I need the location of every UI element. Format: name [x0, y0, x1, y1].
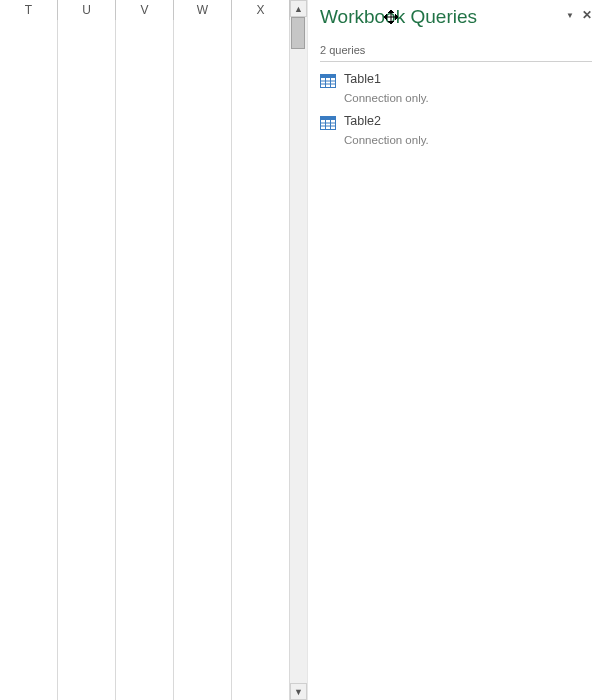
cell[interactable]: [58, 140, 116, 160]
cell[interactable]: [58, 480, 116, 500]
cell[interactable]: [58, 460, 116, 480]
cell[interactable]: [232, 240, 290, 260]
cell[interactable]: [232, 400, 290, 420]
cell[interactable]: [174, 300, 232, 320]
cell[interactable]: [174, 560, 232, 580]
cell[interactable]: [116, 600, 174, 620]
cell[interactable]: [232, 560, 290, 580]
cell[interactable]: [0, 640, 58, 660]
cell[interactable]: [116, 220, 174, 240]
cell[interactable]: [58, 400, 116, 420]
cell[interactable]: [174, 320, 232, 340]
cell[interactable]: [58, 640, 116, 660]
cell[interactable]: [174, 420, 232, 440]
cell[interactable]: [174, 620, 232, 640]
cell[interactable]: [174, 400, 232, 420]
cell[interactable]: [58, 560, 116, 580]
cell[interactable]: [116, 540, 174, 560]
cell[interactable]: [116, 380, 174, 400]
cell[interactable]: [58, 60, 116, 80]
cell[interactable]: [58, 20, 116, 40]
cell[interactable]: [116, 300, 174, 320]
cell[interactable]: [232, 600, 290, 620]
cell[interactable]: [116, 260, 174, 280]
cell[interactable]: [174, 120, 232, 140]
cell[interactable]: [0, 140, 58, 160]
cell[interactable]: [0, 580, 58, 600]
cell[interactable]: [232, 40, 290, 60]
cell[interactable]: [0, 480, 58, 500]
cell[interactable]: [174, 380, 232, 400]
cell[interactable]: [0, 380, 58, 400]
cell[interactable]: [0, 80, 58, 100]
cell[interactable]: [116, 200, 174, 220]
cell[interactable]: [0, 520, 58, 540]
cell[interactable]: [174, 480, 232, 500]
cell[interactable]: [0, 160, 58, 180]
cell[interactable]: [174, 40, 232, 60]
cell[interactable]: [232, 340, 290, 360]
cell[interactable]: [58, 420, 116, 440]
cell[interactable]: [232, 500, 290, 520]
column-header[interactable]: T: [0, 0, 58, 20]
cell[interactable]: [58, 540, 116, 560]
cell[interactable]: [116, 680, 174, 700]
cell[interactable]: [116, 80, 174, 100]
cell[interactable]: [116, 240, 174, 260]
cell[interactable]: [232, 520, 290, 540]
cell[interactable]: [174, 340, 232, 360]
cell[interactable]: [116, 340, 174, 360]
cell[interactable]: [116, 580, 174, 600]
cell[interactable]: [174, 180, 232, 200]
cell[interactable]: [58, 280, 116, 300]
pane-menu-dropdown[interactable]: ▼: [566, 11, 574, 20]
cell[interactable]: [58, 600, 116, 620]
cell[interactable]: [232, 60, 290, 80]
cell[interactable]: [0, 560, 58, 580]
cell[interactable]: [174, 280, 232, 300]
cell[interactable]: [116, 40, 174, 60]
cell[interactable]: [0, 260, 58, 280]
cell[interactable]: [58, 580, 116, 600]
cell[interactable]: [174, 660, 232, 680]
cell[interactable]: [0, 280, 58, 300]
cell[interactable]: [174, 220, 232, 240]
cell[interactable]: [232, 320, 290, 340]
cell[interactable]: [58, 300, 116, 320]
cell[interactable]: [174, 520, 232, 540]
cell[interactable]: [174, 440, 232, 460]
cell[interactable]: [0, 200, 58, 220]
cell[interactable]: [232, 640, 290, 660]
cell[interactable]: [174, 500, 232, 520]
cell[interactable]: [232, 100, 290, 120]
cell[interactable]: [58, 220, 116, 240]
cell[interactable]: [0, 340, 58, 360]
cell[interactable]: [58, 440, 116, 460]
cell[interactable]: [174, 200, 232, 220]
cell[interactable]: [232, 440, 290, 460]
cell[interactable]: [232, 360, 290, 380]
cell[interactable]: [0, 680, 58, 700]
cell[interactable]: [174, 360, 232, 380]
cell[interactable]: [174, 600, 232, 620]
cell[interactable]: [116, 320, 174, 340]
cell[interactable]: [0, 620, 58, 640]
column-header[interactable]: X: [232, 0, 290, 20]
cell[interactable]: [116, 20, 174, 40]
cell[interactable]: [232, 220, 290, 240]
cell[interactable]: [174, 60, 232, 80]
cell[interactable]: [0, 40, 58, 60]
cell[interactable]: [0, 400, 58, 420]
cell[interactable]: [232, 160, 290, 180]
cell[interactable]: [232, 120, 290, 140]
cell[interactable]: [58, 680, 116, 700]
cell[interactable]: [174, 100, 232, 120]
cell[interactable]: [116, 160, 174, 180]
cell[interactable]: [232, 180, 290, 200]
cell[interactable]: [174, 680, 232, 700]
cell[interactable]: [0, 60, 58, 80]
query-item[interactable]: Table2Connection only.: [320, 112, 592, 146]
cell[interactable]: [58, 240, 116, 260]
cell[interactable]: [58, 320, 116, 340]
cell[interactable]: [0, 540, 58, 560]
